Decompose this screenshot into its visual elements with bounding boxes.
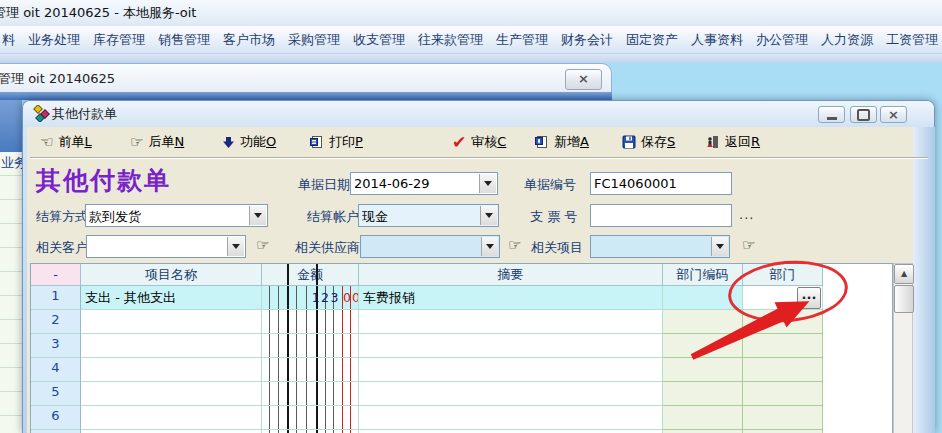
cell-amount[interactable] <box>262 310 359 334</box>
menu-item-sales[interactable]: 销售管理 <box>156 31 212 49</box>
cell-summary[interactable] <box>359 382 663 406</box>
menu-item-customer[interactable]: 客户市场 <box>221 31 277 49</box>
menu-item-income[interactable]: 收支管理 <box>351 31 407 49</box>
menu-item-purchase[interactable]: 采购管理 <box>286 31 342 49</box>
add-label: 新增 <box>554 134 580 149</box>
cheque-no-label: 支 票 号 <box>530 208 577 226</box>
cell-dept-code[interactable] <box>663 406 743 430</box>
dialog-titlebar <box>23 101 934 127</box>
next-doc-button[interactable]: ☞ 后单N <box>130 131 184 153</box>
cell-summary[interactable] <box>359 406 663 430</box>
menu-item-production[interactable]: 生产管理 <box>494 31 550 49</box>
chevron-down-icon[interactable] <box>227 237 244 256</box>
down-arrow-icon <box>222 136 235 149</box>
audit-button[interactable]: ✔ 审核C <box>452 131 506 153</box>
cell-item[interactable] <box>81 358 262 382</box>
cell-item[interactable] <box>81 310 262 334</box>
cell-dept-code[interactable] <box>663 334 743 358</box>
cell-summary[interactable]: 车费报销 <box>359 286 663 310</box>
cell-item[interactable] <box>81 406 262 430</box>
menu-item-assets[interactable]: 固定资产 <box>624 31 680 49</box>
related-project-combo[interactable] <box>590 235 730 258</box>
maximize-button[interactable] <box>850 106 877 123</box>
table-row: 4 <box>31 358 893 382</box>
red-check-icon: ✔ <box>452 134 466 150</box>
chevron-down-icon[interactable] <box>711 237 728 256</box>
menu-item-hr[interactable]: 人力资源 <box>819 31 875 49</box>
minimize-button[interactable] <box>818 106 845 123</box>
close-button[interactable]: × <box>880 106 907 123</box>
save-label: 保存 <box>641 134 667 149</box>
menu-item-business[interactable]: 业务处理 <box>26 31 82 49</box>
related-customer-combo[interactable] <box>86 235 246 258</box>
cell-dept[interactable] <box>743 358 823 382</box>
add-button[interactable]: 新增A <box>535 131 589 153</box>
menu-item-dealings[interactable]: 往来款管理 <box>416 31 485 49</box>
cell-amount[interactable] <box>262 334 359 358</box>
lookup-hand-icon[interactable]: ☞ <box>742 238 755 253</box>
settle-account-combo[interactable]: 现金 <box>358 204 499 227</box>
save-button[interactable]: 保存S <box>622 131 675 153</box>
lookup-hand-icon[interactable]: ☞ <box>256 238 269 253</box>
menu-item-salary[interactable]: 工资管理 <box>884 31 940 49</box>
return-button[interactable]: 返回R <box>706 131 760 153</box>
mdi-close-button[interactable]: × <box>565 69 602 90</box>
document-title: 其他付款单 <box>36 164 171 197</box>
cell-dept-code[interactable] <box>663 358 743 382</box>
cell-no: 3 <box>31 334 81 358</box>
cell-item[interactable] <box>81 334 262 358</box>
chevron-down-icon[interactable] <box>481 237 498 256</box>
lookup-hand-icon[interactable]: ☞ <box>508 238 521 253</box>
menu-item-finance[interactable]: 财务会计 <box>559 31 615 49</box>
col-header-dept-code: 部门编码 <box>663 264 743 286</box>
function-button[interactable]: 功能O <box>222 131 276 153</box>
amount-integer: 123 <box>312 290 340 305</box>
next-doc-label: 后单 <box>148 134 174 149</box>
menu-item-partial[interactable]: 料 <box>0 31 17 49</box>
hand-right-icon: ☞ <box>130 135 143 150</box>
amount-header-text: 金额 <box>297 267 323 282</box>
cell-summary[interactable] <box>359 310 663 334</box>
settle-account-value: 现金 <box>362 208 480 226</box>
vertical-scrollbar[interactable]: ▲ <box>893 263 913 433</box>
cell-dept-code[interactable] <box>663 310 743 334</box>
chevron-down-icon[interactable] <box>249 206 266 225</box>
return-label: 返回 <box>725 134 751 149</box>
col-header-rownum: - <box>31 264 81 286</box>
cell-dept-code[interactable] <box>663 382 743 406</box>
cell-amount[interactable] <box>262 382 359 406</box>
settle-method-combo[interactable]: 款到发货 <box>85 204 268 227</box>
cell-summary[interactable] <box>359 358 663 382</box>
scroll-up-icon[interactable]: ▲ <box>894 264 914 284</box>
date-value: 2014-06-29 <box>354 176 479 191</box>
dialog-title: 其他付款单 <box>52 105 117 123</box>
date-combo[interactable]: 2014-06-29 <box>350 172 498 195</box>
chevron-down-icon[interactable] <box>480 206 497 225</box>
menu-item-office[interactable]: 办公管理 <box>754 31 810 49</box>
doc-no-value: FC14060001 <box>594 176 728 191</box>
background-tab-label: 业务 <box>1 154 22 172</box>
prev-doc-button[interactable]: ☜ 前单L <box>40 131 92 153</box>
chevron-down-icon[interactable] <box>479 174 496 193</box>
cell-dept[interactable] <box>743 382 823 406</box>
print-button[interactable]: 打印P <box>310 131 363 153</box>
menu-item-hr-data[interactable]: 人事资料 <box>689 31 745 49</box>
menu-item-inventory[interactable]: 库存管理 <box>91 31 147 49</box>
cell-amount[interactable] <box>262 358 359 382</box>
cell-dept[interactable] <box>743 334 823 358</box>
cell-item[interactable]: 支出 - 其他支出 <box>81 286 262 310</box>
scrollbar-thumb[interactable] <box>894 285 914 313</box>
cell-item[interactable] <box>81 382 262 406</box>
cell-summary[interactable] <box>359 334 663 358</box>
cell-amount[interactable] <box>262 406 359 430</box>
cell-dept[interactable] <box>743 406 823 430</box>
cheque-no-input[interactable] <box>590 204 732 227</box>
amount-decimal: 00 <box>343 290 359 305</box>
cell-amount[interactable]: 12300 <box>262 286 359 310</box>
dialog-diamond-icon <box>33 105 50 122</box>
doc-no-input[interactable]: FC14060001 <box>590 172 732 195</box>
mdi-window-title: 管理 oit 20140625 <box>0 71 115 86</box>
close-icon: × <box>578 71 589 86</box>
cell-no: 6 <box>31 406 81 430</box>
related-supplier-combo[interactable] <box>360 235 500 258</box>
